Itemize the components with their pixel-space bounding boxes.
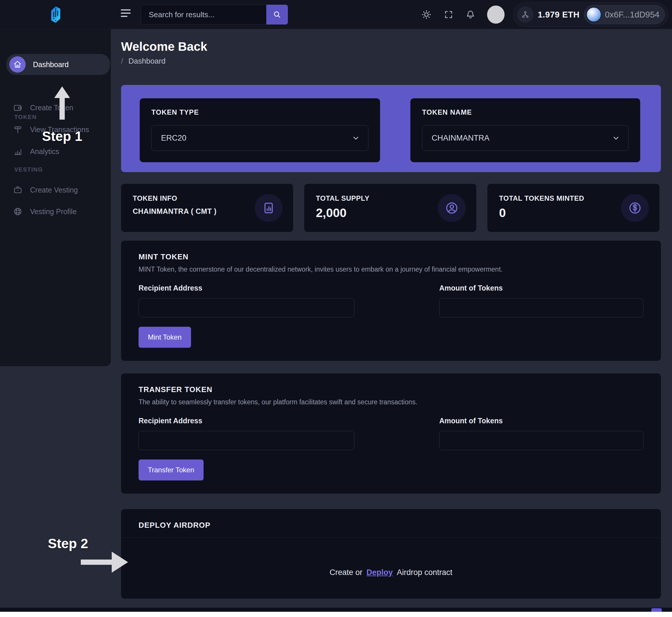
- sidebar-item-create-vesting[interactable]: Create Vesting: [0, 181, 111, 199]
- breadcrumb: / Dashboard: [121, 57, 661, 65]
- recipient-address-label: Recipient Address: [139, 284, 355, 292]
- token-name-value: CHAINMANTRA: [432, 134, 489, 143]
- transfer-recipient-input[interactable]: [139, 431, 355, 450]
- signpost-icon: [13, 125, 22, 134]
- sidebar-item-analytics[interactable]: Analytics: [0, 142, 111, 161]
- step2-right-arrow-icon: [81, 552, 128, 573]
- sidebar: DASHBOARD Dashboard TOKEN Create Token V…: [0, 29, 111, 366]
- mint-description: MINT Token, the cornerstone of our decen…: [139, 265, 643, 273]
- mint-title: MINT TOKEN: [139, 252, 643, 261]
- eth-balance: 1.979 ETH: [538, 10, 580, 20]
- network-badge: [517, 6, 533, 23]
- token-name-select[interactable]: CHAINMANTRA: [422, 125, 629, 151]
- sidebar-section-vesting: VESTING: [14, 166, 43, 173]
- mint-token-button[interactable]: Mint Token: [139, 327, 191, 348]
- transfer-token-button[interactable]: Transfer Token: [139, 459, 204, 480]
- bar-chart-icon: [13, 147, 22, 156]
- wallet-address: 0x6F...1dD954: [605, 10, 659, 20]
- chevron-down-icon: [612, 134, 620, 142]
- bottom-bar: [0, 608, 672, 612]
- chevron-down-icon: [352, 134, 360, 142]
- home-icon: [9, 56, 26, 73]
- mint-form: Recipient Address Mint Token Amount of T…: [139, 284, 643, 348]
- notifications-button[interactable]: [465, 10, 475, 20]
- app-logo[interactable]: [48, 3, 63, 26]
- step2-annotation: Step 2: [48, 536, 88, 551]
- bell-icon: [465, 10, 475, 20]
- dollar-circle-icon: [621, 194, 649, 222]
- wallet-address-chip[interactable]: 0x6F...1dD954: [584, 5, 665, 24]
- menu-toggle-button[interactable]: [121, 9, 131, 20]
- user-circle-icon: [438, 194, 466, 222]
- amount-of-tokens-label: Amount of Tokens: [439, 284, 643, 292]
- airdrop-text-before: Create or: [329, 568, 363, 577]
- airdrop-message: Create or Deploy Airdrop contract: [121, 538, 661, 607]
- sidebar-item-dashboard[interactable]: Dashboard: [6, 54, 110, 75]
- breadcrumb-dashboard[interactable]: Dashboard: [128, 57, 165, 65]
- token-type-value: ERC20: [161, 134, 186, 143]
- sun-icon: [421, 9, 432, 20]
- briefcase-icon: [13, 185, 22, 195]
- search-icon: [272, 10, 282, 19]
- chart-board-icon: [255, 194, 283, 222]
- amount-of-tokens-label: Amount of Tokens: [439, 417, 643, 425]
- network-nodes-icon: [521, 10, 530, 19]
- transfer-form: Recipient Address Transfer Token Amount …: [139, 417, 643, 480]
- step1-annotation: Step 1: [42, 128, 82, 144]
- transfer-token-panel: TRANSFER TOKEN The ability to seamlessly…: [121, 373, 661, 493]
- sidebar-item-label: Dashboard: [33, 60, 68, 69]
- wallet-identicon: [586, 7, 602, 22]
- token-info-card: TOKEN INFO CHAINMANTRA ( CMT ): [121, 184, 293, 232]
- sidebar-item-label: Create Vesting: [30, 186, 78, 194]
- wallet-icon: [13, 103, 22, 112]
- sidebar-item-label: Analytics: [30, 147, 59, 156]
- topbar: 1.979 ETH 0x6F...1dD954: [0, 0, 672, 29]
- breadcrumb-separator: /: [121, 57, 123, 65]
- bottom-white-strip: [0, 612, 672, 617]
- wallet-pill[interactable]: 1.979 ETH 0x6F...1dD954: [513, 2, 668, 27]
- user-avatar[interactable]: [487, 6, 504, 24]
- tokens-minted-card: TOTAL TOKENS MINTED 0: [487, 184, 659, 232]
- stats-row: TOKEN INFO CHAINMANTRA ( CMT ) TOTAL SUP…: [121, 184, 661, 232]
- mint-token-panel: MINT TOKEN MINT Token, the cornerstone o…: [121, 241, 661, 361]
- globe-icon: [13, 207, 22, 216]
- main-content: Welcome Back / Dashboard TOKEN TYPE ERC2…: [111, 29, 672, 599]
- deploy-airdrop-panel: DEPLOY AIRDROP Create or Deploy Airdrop …: [121, 509, 661, 599]
- mint-recipient-input[interactable]: [139, 298, 355, 318]
- step1-up-arrow-icon: [54, 86, 70, 120]
- token-type-card: TOKEN TYPE ERC20: [140, 98, 380, 162]
- crystal-logo-icon: [49, 6, 62, 23]
- search-form: [141, 5, 288, 24]
- total-supply-card: TOTAL SUPPLY 2,000: [304, 184, 476, 232]
- transfer-title: TRANSFER TOKEN: [139, 385, 643, 394]
- fullscreen-icon: [444, 10, 453, 19]
- sidebar-item-vesting-profile[interactable]: Vesting Profile: [0, 202, 111, 221]
- page-title: Welcome Back: [121, 40, 661, 53]
- deploy-link[interactable]: Deploy: [366, 568, 393, 577]
- sidebar-item-label: Vesting Profile: [30, 207, 77, 216]
- airdrop-text-after: Airdrop contract: [397, 568, 453, 577]
- theme-toggle-button[interactable]: [421, 9, 432, 20]
- mint-amount-input[interactable]: [439, 298, 643, 318]
- token-name-label: TOKEN NAME: [422, 108, 629, 117]
- scroll-top-chip[interactable]: [651, 608, 662, 612]
- transfer-description: The ability to seamlessly transfer token…: [139, 398, 643, 406]
- token-type-label: TOKEN TYPE: [151, 108, 368, 117]
- recipient-address-label: Recipient Address: [139, 417, 355, 425]
- token-type-select[interactable]: ERC20: [151, 125, 368, 151]
- transfer-amount-input[interactable]: [439, 431, 643, 450]
- fullscreen-button[interactable]: [444, 10, 453, 19]
- token-name-card: TOKEN NAME CHAINMANTRA: [410, 98, 640, 162]
- search-input[interactable]: [141, 5, 266, 24]
- search-button[interactable]: [266, 5, 288, 24]
- token-banner: TOKEN TYPE ERC20 TOKEN NAME CHAINMANTRA: [121, 85, 661, 172]
- airdrop-title: DEPLOY AIRDROP: [139, 521, 643, 530]
